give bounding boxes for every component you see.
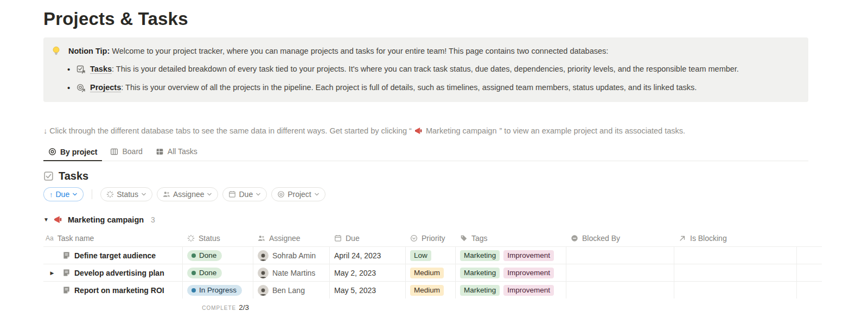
chevron-down-icon	[72, 192, 78, 196]
instruction-after: ” to view an example project and its ass…	[500, 126, 686, 135]
task-name-cell[interactable]: Define target audience	[43, 247, 183, 264]
blocked-by-cell[interactable]	[566, 247, 674, 264]
status-label: Done	[199, 269, 216, 277]
status-badge[interactable]: Done	[187, 250, 222, 261]
table-icon	[156, 148, 164, 156]
table-row-report-on-marketing-roi[interactable]: Report on marketing ROI In Progress Ben …	[43, 281, 822, 298]
task-name-cell[interactable]: ▶ Develop advertising plan	[43, 264, 183, 281]
column-label: Blocked By	[582, 234, 620, 243]
priority-cell[interactable]: Low	[406, 247, 456, 264]
calendar-icon	[228, 190, 236, 198]
column-header-tags[interactable]: Tags	[456, 230, 566, 246]
tasks-db-desc: : This is your detailed breakdown of eve…	[112, 65, 739, 73]
due-cell[interactable]: April 24, 2023	[330, 247, 406, 264]
status-dot	[192, 271, 196, 275]
due-date: May 5, 2023	[334, 286, 376, 295]
filter-due-pill[interactable]: Due	[222, 187, 267, 201]
tab-label: All Tasks	[168, 147, 197, 156]
tags-cell[interactable]: Marketing Improvement	[456, 282, 566, 298]
status-spinner-icon	[187, 234, 195, 242]
table-row-develop-advertising-plan[interactable]: ▶ Develop advertising plan Done Nate Mar…	[43, 264, 822, 281]
filter-project-pill[interactable]: Project	[271, 187, 326, 201]
priority-cell[interactable]: Medium	[406, 264, 456, 281]
column-header-blocked-by[interactable]: Blocked By	[566, 230, 674, 246]
column-header-is-blocking[interactable]: Is Blocking	[674, 230, 797, 246]
projects-db-link[interactable]: Projects	[90, 83, 121, 92]
blocked-icon	[571, 234, 578, 242]
status-badge[interactable]: In Progress	[187, 285, 242, 296]
tab-all-tasks[interactable]: All Tasks	[151, 144, 202, 161]
tasks-database-title: Tasks	[43, 170, 822, 182]
tags-cell[interactable]: Marketing Improvement	[456, 264, 566, 281]
due-cell[interactable]: May 2, 2023	[330, 264, 406, 281]
column-header-status[interactable]: Status	[183, 230, 253, 246]
tag-improvement[interactable]: Improvement	[503, 268, 554, 278]
lightbulb-icon	[51, 46, 61, 56]
column-header-due[interactable]: Due	[330, 230, 406, 246]
filter-label: Status	[117, 190, 138, 199]
tag-marketing[interactable]: Marketing	[460, 285, 500, 296]
column-header-task-name[interactable]: Aa Task name	[43, 230, 183, 246]
column-header-assignee[interactable]: Assignee	[253, 230, 330, 246]
status-dot	[192, 253, 196, 258]
is-blocking-cell[interactable]	[674, 247, 797, 264]
task-name[interactable]: Develop advertising plan	[74, 269, 164, 277]
status-badge[interactable]: Done	[187, 268, 222, 278]
column-header-priority[interactable]: Priority	[406, 230, 456, 246]
assignee-cell[interactable]: Ben Lang	[253, 282, 330, 298]
task-name-cell[interactable]: Report on marketing ROI	[43, 282, 183, 298]
avatar	[258, 268, 269, 278]
arrow-up-icon: ↑	[49, 190, 53, 199]
task-name[interactable]: Define target audience	[74, 251, 156, 260]
status-cell[interactable]: Done	[183, 264, 253, 281]
due-cell[interactable]: May 5, 2023	[330, 282, 406, 298]
bullet-text: Projects: This is your overview of all t…	[90, 82, 697, 93]
megaphone-icon	[54, 215, 63, 224]
sort-due-pill[interactable]: ↑ Due	[43, 187, 84, 201]
status-label: Done	[199, 251, 216, 259]
status-cell[interactable]: In Progress	[183, 282, 253, 298]
filter-status-pill[interactable]: Status	[100, 187, 152, 201]
assignee-cell[interactable]: Sohrab Amin	[253, 247, 330, 264]
assignee-cell[interactable]: Nate Martins	[253, 264, 330, 281]
priority-badge[interactable]: Low	[410, 250, 431, 261]
tab-by-project[interactable]: By project	[43, 144, 102, 161]
tasks-database-icon	[76, 65, 85, 74]
table-row-define-target-audience[interactable]: Define target audience Done Sohrab Amin …	[43, 246, 822, 264]
task-name[interactable]: Report on marketing ROI	[74, 286, 164, 295]
status-cell[interactable]: Done	[183, 247, 253, 264]
projects-db-desc: : This is your overview of all the proje…	[121, 83, 697, 92]
priority-badge[interactable]: Medium	[410, 285, 444, 296]
blocked-by-cell[interactable]	[566, 282, 674, 298]
tags-cell[interactable]: Marketing Improvement	[456, 247, 566, 264]
blocked-by-cell[interactable]	[566, 264, 674, 281]
tab-board[interactable]: Board	[105, 144, 147, 161]
tasks-db-link[interactable]: Tasks	[90, 65, 112, 74]
people-icon	[258, 234, 265, 242]
priority-badge[interactable]: Medium	[410, 268, 444, 278]
tag-marketing[interactable]: Marketing	[460, 250, 500, 261]
database-title-label: Tasks	[59, 170, 88, 182]
status-column-calculation[interactable]: COMPLETE 2/3	[183, 303, 253, 312]
column-label: Status	[199, 234, 220, 243]
is-blocking-cell[interactable]	[674, 264, 797, 281]
sort-label: Due	[56, 190, 70, 199]
group-collapse-toggle[interactable]: ▼	[43, 217, 49, 223]
calculation-label: COMPLETE	[202, 305, 236, 311]
calendar-icon	[334, 234, 342, 242]
is-blocking-cell[interactable]	[674, 282, 797, 298]
subitems-expand-toggle[interactable]: ▶	[50, 270, 54, 276]
select-circle-icon	[410, 234, 418, 242]
chevron-down-icon	[207, 192, 212, 196]
tag-improvement[interactable]: Improvement	[503, 250, 554, 261]
group-name[interactable]: Marketing campaign	[68, 215, 144, 224]
tag-improvement[interactable]: Improvement	[503, 285, 554, 296]
column-label: Assignee	[269, 234, 301, 243]
tab-label: Board	[122, 147, 142, 156]
tag-marketing[interactable]: Marketing	[460, 268, 500, 278]
priority-cell[interactable]: Medium	[406, 282, 456, 298]
filter-assignee-pill[interactable]: Assignee	[157, 187, 219, 201]
status-spinner-icon	[106, 190, 114, 198]
chevron-down-icon	[256, 192, 261, 196]
due-date: May 2, 2023	[334, 269, 376, 277]
